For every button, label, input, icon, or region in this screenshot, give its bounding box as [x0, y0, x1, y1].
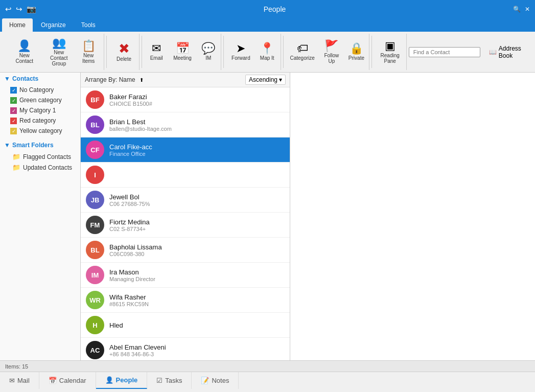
- tab-home[interactable]: Home: [2, 18, 33, 32]
- redo-icon[interactable]: ↪: [16, 5, 22, 14]
- reading-pane-icon: ▣: [385, 40, 396, 52]
- address-book-button[interactable]: 📖 Address Book: [484, 43, 531, 61]
- avatar: IM: [86, 266, 104, 284]
- ribbon-tabs: Home Organize Tools: [0, 18, 535, 32]
- forward-button[interactable]: ➤ Forward: [228, 40, 254, 63]
- mail-icon: ✉: [9, 377, 15, 384]
- app-title: People: [264, 5, 286, 13]
- contact-name: Ira Mason: [109, 268, 285, 276]
- avatar: I: [86, 166, 104, 184]
- flagged-folder-icon: 📁: [12, 153, 20, 160]
- sidebar-item-my-category-1[interactable]: ✓ My Catgory 1: [0, 105, 80, 116]
- contact-detail: ballen@studio-Itage.com: [109, 126, 285, 132]
- contact-info: Ira Mason Managing Director: [109, 268, 285, 282]
- find-contact-input[interactable]: [409, 47, 480, 57]
- tab-organize[interactable]: Organize: [34, 18, 73, 32]
- reading-pane-button[interactable]: ▣ ReadingPane: [377, 38, 403, 66]
- contact-item[interactable]: IM Ira Mason Managing Director: [81, 263, 290, 288]
- undo-icon[interactable]: ↩: [5, 5, 12, 14]
- people-label: People: [116, 376, 138, 384]
- im-label: IM: [205, 55, 211, 61]
- sidebar-item-flagged-contacts[interactable]: 📁 Flagged Contacts: [0, 151, 80, 162]
- contact-name: Abel Eman Cleveni: [109, 343, 285, 351]
- delete-button[interactable]: ✖ Delete: [113, 39, 135, 64]
- ribbon-group-tags: 🏷 Categorize 🚩 FollowUp 🔒 Private: [286, 34, 369, 70]
- sidebar-item-updated-contacts[interactable]: 📁 Updated Contacts: [0, 162, 80, 173]
- contact-detail: Finance Office: [109, 151, 285, 157]
- smart-folders-collapse-icon: ▼: [4, 142, 10, 149]
- contact-item[interactable]: BL Bapholai Lissama C06C098-380: [81, 238, 290, 263]
- bottom-nav-calendar[interactable]: 📅 Calendar: [39, 372, 96, 389]
- tab-tools[interactable]: Tools: [74, 18, 103, 32]
- sidebar-item-red-category[interactable]: ✓ Red category: [0, 116, 80, 126]
- contact-name: Hled: [109, 321, 285, 329]
- yellow-category-label: Yellow category: [19, 127, 62, 134]
- contact-item[interactable]: I: [81, 163, 290, 188]
- my-category-1-label: My Catgory 1: [19, 107, 56, 114]
- title-bar-left: ↩ ↪ 📷: [5, 5, 36, 14]
- map-icon: 📍: [260, 43, 274, 54]
- ribbon: 👤 New Contact 👥 New ContactGroup 📋 NewIt…: [0, 32, 535, 73]
- new-items-button[interactable]: 📋 NewItems: [77, 38, 100, 66]
- contacts-collapse-icon: ▼: [4, 75, 10, 82]
- contact-item[interactable]: JB Jewell Bol C06 27688-75%: [81, 188, 290, 213]
- categorize-label: Categorize: [290, 55, 314, 61]
- new-contact-button[interactable]: 👤 New Contact: [8, 38, 41, 66]
- follow-up-button[interactable]: 🚩 FollowUp: [320, 38, 343, 66]
- calendar-label: Calendar: [59, 377, 86, 384]
- updated-contacts-label: Updated Contacts: [23, 164, 72, 171]
- green-category-checkbox[interactable]: ✓: [10, 97, 17, 104]
- email-button[interactable]: ✉ Email: [145, 40, 168, 63]
- im-button[interactable]: 💬 IM: [197, 40, 220, 63]
- contact-item[interactable]: BL Brian L Best ballen@studio-Itage.com: [81, 112, 290, 137]
- sidebar-item-no-category[interactable]: ✓ No Category: [0, 85, 80, 95]
- smart-folders-section-label: Smart Folders: [12, 142, 54, 149]
- private-button[interactable]: 🔒 Private: [345, 40, 368, 63]
- categorize-button[interactable]: 🏷 Categorize: [286, 40, 318, 63]
- avatar: FM: [86, 216, 104, 234]
- contact-item-selected[interactable]: CF Carol Fike-acc Finance Office: [81, 137, 290, 163]
- contact-item[interactable]: WR Wifa Rasher #8615 RKC59N: [81, 288, 290, 313]
- meeting-button[interactable]: 📅 Meeting: [170, 40, 195, 63]
- sidebar-item-yellow-category[interactable]: ✓ Yellow category: [0, 126, 80, 136]
- contact-detail: +86 848 346-86-3: [109, 351, 285, 357]
- contact-detail: C06 27688-75%: [109, 201, 285, 207]
- search-icon[interactable]: 🔍: [513, 6, 521, 13]
- delete-icon: ✖: [119, 42, 130, 55]
- ribbon-sep-3: [223, 36, 224, 68]
- contact-detail: CHOICE B1500#: [109, 101, 285, 107]
- email-icon: ✉: [152, 43, 161, 54]
- new-contact-group-label: New ContactGroup: [46, 50, 72, 66]
- ribbon-group-new: 👤 New Contact 👥 New ContactGroup 📋 NewIt…: [4, 34, 104, 70]
- sidebar-item-green-category[interactable]: ✓ Green category: [0, 95, 80, 105]
- bottom-nav-tasks[interactable]: ☑ Tasks: [147, 372, 192, 389]
- contact-item[interactable]: H Hled: [81, 313, 290, 338]
- delete-label: Delete: [117, 56, 131, 62]
- avatar: BL: [86, 116, 104, 134]
- contact-name: Fiortz Medina: [109, 218, 285, 226]
- contact-item[interactable]: AC Abel Eman Cleveni +86 848 346-86-3: [81, 338, 290, 360]
- smart-folders-section-header[interactable]: ▼ Smart Folders: [0, 139, 80, 151]
- yellow-category-checkbox[interactable]: ✓: [10, 128, 17, 134]
- ribbon-group-communicate: ✉ Email 📅 Meeting 💬 IM: [144, 34, 221, 70]
- bottom-nav-people[interactable]: 👤 People: [96, 372, 148, 389]
- avatar: AC: [86, 341, 104, 359]
- bottom-nav-mail[interactable]: ✉ Mail: [0, 372, 39, 389]
- new-items-icon: 📋: [82, 40, 96, 52]
- sort-arrow-icon: ⬆: [139, 77, 144, 83]
- contact-item[interactable]: FM Fiortz Medina C02 S-87734+: [81, 213, 290, 238]
- map-it-button[interactable]: 📍 Map It: [256, 40, 278, 63]
- contacts-section-header[interactable]: ▼ Contacts: [0, 73, 80, 85]
- new-contact-group-button[interactable]: 👥 New ContactGroup: [43, 35, 76, 69]
- contact-info: Wifa Rasher #8615 RKC59N: [109, 293, 285, 307]
- new-contact-label: New Contact: [12, 53, 37, 64]
- ascending-button[interactable]: Ascending ▾: [245, 75, 286, 85]
- bottom-nav-notes[interactable]: 📝 Notes: [192, 372, 239, 389]
- green-category-label: Green category: [19, 97, 62, 104]
- my-category-1-checkbox[interactable]: ✓: [10, 107, 17, 114]
- red-category-checkbox[interactable]: ✓: [10, 118, 17, 124]
- no-category-checkbox[interactable]: ✓: [10, 87, 17, 94]
- close-icon[interactable]: ✕: [525, 6, 530, 13]
- camera-icon[interactable]: 📷: [27, 5, 36, 14]
- contact-item[interactable]: BF Baker Farazi CHOICE B1500#: [81, 87, 290, 112]
